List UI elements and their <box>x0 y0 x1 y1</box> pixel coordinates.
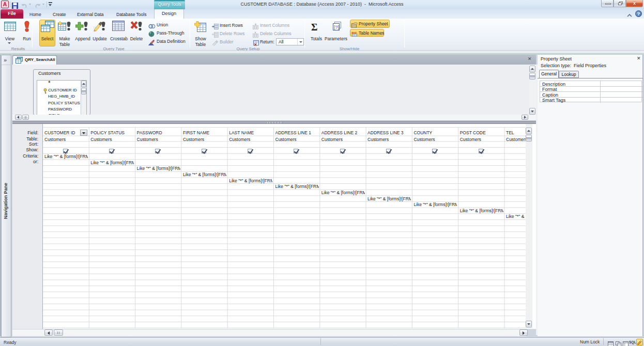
svg-text:[?]: [?] <box>334 25 339 30</box>
svg-text:xyz: xyz <box>351 31 357 34</box>
